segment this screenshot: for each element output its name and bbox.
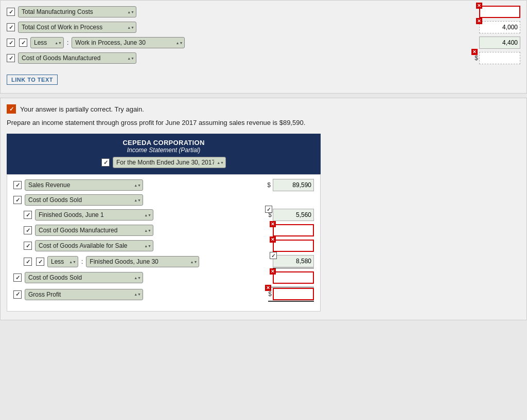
gross-profit-input-area: ✕ $	[268, 287, 314, 302]
work-in-process-june30-input[interactable]	[479, 36, 520, 49]
cost-of-goods-sold-value-error-x: ✕	[270, 268, 276, 275]
cost-of-goods-available-row: Cost of Goods Available for Sale ✕	[13, 240, 314, 252]
header-period-select[interactable]: For the Month Ended June 30, 2017	[113, 157, 226, 168]
cost-of-goods-available-input[interactable]	[273, 240, 314, 252]
cost-of-goods-sold-value-input[interactable]	[273, 271, 314, 284]
income-statement-body: Sales Revenue $ Cost of Goods Sold	[7, 174, 321, 312]
total-cost-work-process-select[interactable]: Total Cost of Work in Process	[18, 22, 136, 33]
cost-of-goods-manufactured-bottom-checkbox[interactable]	[24, 226, 32, 234]
less-finished-goods-june30-row: Less : Finished Goods, June 30 ✓	[13, 255, 314, 268]
link-to-text-area: LINK TO TEXT	[7, 70, 520, 85]
total-manufacturing-costs-input[interactable]	[479, 6, 520, 18]
income-statement-header: CEPEDA CORPORATION Income Statement (Par…	[7, 134, 321, 174]
gross-profit-row: Gross Profit ✕ $	[13, 287, 314, 302]
cost-of-goods-sold-value-select-wrapper[interactable]: Cost of Goods Sold	[25, 272, 143, 283]
total-cost-work-process-input-wrapper: ✕	[479, 21, 520, 33]
finished-goods-june30-input[interactable]	[273, 255, 314, 267]
sales-revenue-input[interactable]	[273, 179, 314, 191]
partial-correct-message: Your answer is partially correct. Try ag…	[20, 105, 144, 113]
total-manufacturing-costs-input-area: ✕	[479, 6, 520, 18]
sales-revenue-select[interactable]: Sales Revenue	[25, 179, 143, 191]
total-manufacturing-costs-checkbox[interactable]	[7, 8, 15, 16]
finished-goods-june30-select-wrapper[interactable]: Finished Goods, June 30	[86, 256, 199, 267]
cost-of-goods-manufactured-top-input[interactable]	[479, 52, 520, 64]
less-finished-goods-less-select[interactable]: Less	[47, 256, 78, 267]
cost-of-goods-sold-value-input-wrapper: ✕	[273, 271, 314, 284]
gross-profit-input[interactable]	[273, 288, 314, 300]
header-period-row: For the Month Ended June 30, 2017	[7, 157, 321, 172]
less-finished-goods-less-select-wrapper[interactable]: Less	[47, 256, 78, 267]
header-period-select-wrapper[interactable]: For the Month Ended June 30, 2017	[113, 157, 226, 168]
gross-profit-select-wrapper[interactable]: Gross Profit	[25, 289, 143, 300]
work-in-process-june30-select-wrapper[interactable]: Work in Process, June 30	[72, 37, 185, 48]
finished-goods-june1-select[interactable]: Finished Goods, June 1	[35, 209, 153, 221]
cost-of-goods-available-checkbox[interactable]	[24, 242, 32, 250]
cost-of-goods-manufactured-top-error-x: ✕	[471, 49, 478, 55]
finished-goods-june1-checkbox[interactable]	[24, 211, 32, 219]
finished-goods-june1-select-wrapper[interactable]: Finished Goods, June 1	[35, 209, 153, 221]
total-cost-work-process-input[interactable]	[479, 21, 520, 33]
sales-revenue-dollar: $	[267, 181, 271, 189]
less-select-wrapper[interactable]: Less	[30, 37, 64, 48]
cost-of-goods-manufactured-bottom-input-area: ✕	[273, 224, 314, 236]
total-cost-work-process-checkbox[interactable]	[7, 23, 15, 31]
cost-of-goods-manufactured-top-input-area: ✕ $	[475, 52, 520, 64]
cost-of-goods-sold-value-row: Cost of Goods Sold ✕	[13, 271, 314, 284]
total-manufacturing-costs-select-wrapper[interactable]: Total Manufacturing Costs	[18, 6, 136, 17]
cost-of-goods-sold-value-checkbox[interactable]	[13, 273, 22, 282]
cost-of-goods-manufactured-bottom-row: Cost of Goods Manufactured ✕	[13, 224, 314, 236]
cost-of-goods-available-select[interactable]: Cost of Goods Available for Sale	[35, 240, 153, 251]
income-statement-container: CEPEDA CORPORATION Income Statement (Par…	[7, 134, 321, 312]
cost-of-goods-sold-header-checkbox[interactable]	[13, 196, 22, 204]
total-manufacturing-costs-input-wrapper: ✕	[479, 6, 520, 18]
header-period-checkbox[interactable]	[101, 158, 110, 167]
sales-revenue-checkbox[interactable]	[13, 181, 22, 189]
finished-goods-june1-input-area: ✓ $	[268, 209, 314, 221]
cost-of-goods-available-error-x: ✕	[270, 236, 276, 243]
cost-of-goods-available-select-wrapper[interactable]: Cost of Goods Available for Sale	[35, 240, 153, 251]
finished-goods-june30-input-wrapper: ✓	[273, 255, 314, 267]
work-in-process-input-area	[479, 36, 520, 49]
less-finished-goods-sub-checkbox[interactable]	[36, 258, 44, 266]
gross-profit-checkbox[interactable]	[13, 290, 22, 299]
gross-profit-select[interactable]: Gross Profit	[25, 289, 143, 300]
cost-of-goods-manufactured-top-select-wrapper[interactable]: Cost of Goods Manufactured	[18, 52, 136, 64]
total-cost-work-process-input-area: ✕	[479, 21, 520, 33]
work-in-process-june30-select[interactable]: Work in Process, June 30	[72, 37, 185, 48]
sales-revenue-row: Sales Revenue $	[13, 179, 314, 191]
finished-goods-june30-select[interactable]: Finished Goods, June 30	[86, 256, 199, 267]
less-select[interactable]: Less	[30, 37, 64, 48]
total-manufacturing-costs-select[interactable]: Total Manufacturing Costs	[18, 6, 136, 17]
cost-of-goods-manufactured-bottom-select[interactable]: Cost of Goods Manufactured	[35, 225, 153, 236]
statement-title: Income Statement (Partial)	[7, 147, 321, 154]
sales-revenue-select-wrapper[interactable]: Sales Revenue	[25, 179, 143, 191]
finished-goods-june1-correct-check: ✓	[265, 206, 272, 213]
income-statement-section: ✓ Your answer is partially correct. Try …	[0, 98, 527, 320]
less-work-in-process-sub-checkbox[interactable]	[19, 39, 27, 47]
less-work-in-process-row: Less : Work in Process, June 30	[7, 36, 520, 49]
total-manufacturing-costs-row: Total Manufacturing Costs ✕	[7, 6, 520, 18]
cost-of-goods-manufactured-top-checkbox[interactable]	[7, 54, 15, 62]
less-finished-goods-separator: :	[81, 258, 83, 265]
company-name: CEPEDA CORPORATION	[7, 139, 321, 147]
cost-of-goods-manufactured-bottom-input-wrapper: ✕	[273, 224, 314, 236]
total-cost-work-process-select-wrapper[interactable]: Total Cost of Work in Process	[18, 22, 136, 33]
finished-goods-june1-input[interactable]	[273, 209, 314, 221]
cost-of-goods-manufactured-bottom-error-x: ✕	[270, 221, 276, 227]
less-separator: :	[67, 39, 68, 46]
cost-of-goods-manufactured-bottom-input[interactable]	[273, 224, 314, 236]
cost-of-goods-manufactured-top-dollar: $	[475, 54, 478, 62]
cost-of-goods-sold-value-select[interactable]: Cost of Goods Sold	[25, 272, 143, 283]
less-finished-goods-checkbox[interactable]	[24, 258, 32, 266]
cost-of-goods-manufactured-top-input-wrapper: ✕ $	[475, 52, 520, 64]
total-cost-work-process-row: Total Cost of Work in Process ✕	[7, 21, 520, 33]
sales-revenue-input-area: $	[267, 179, 314, 191]
cost-of-goods-sold-header-select-wrapper[interactable]: Cost of Goods Sold	[25, 194, 143, 206]
cost-of-goods-manufactured-bottom-select-wrapper[interactable]: Cost of Goods Manufactured	[35, 225, 153, 236]
partial-correct-icon: ✓	[7, 104, 16, 114]
link-to-text-button[interactable]: LINK TO TEXT	[7, 75, 58, 85]
less-work-in-process-checkbox[interactable]	[7, 39, 15, 47]
cost-of-goods-sold-header-select[interactable]: Cost of Goods Sold	[25, 194, 143, 206]
cost-of-goods-manufactured-top-select[interactable]: Cost of Goods Manufactured	[18, 52, 136, 64]
gross-profit-input-wrapper: ✕ $	[268, 288, 314, 300]
